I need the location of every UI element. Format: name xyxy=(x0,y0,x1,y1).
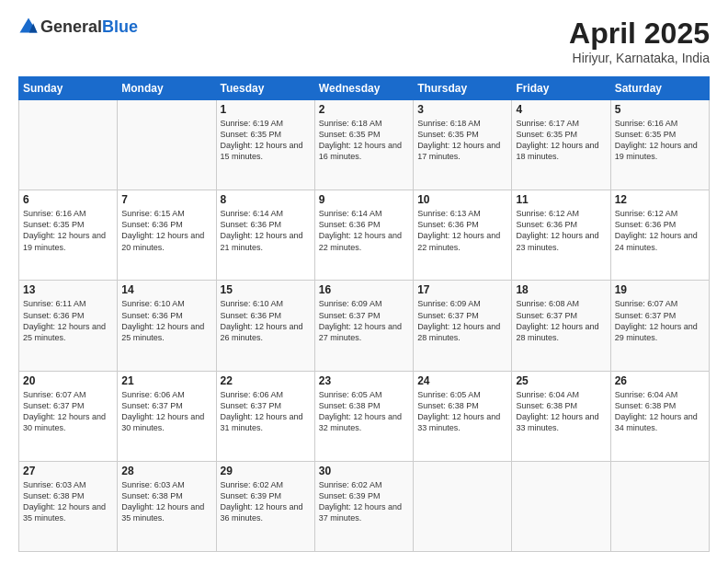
day-number: 29 xyxy=(221,465,311,477)
calendar-cell: 11Sunrise: 6:12 AM Sunset: 6:36 PM Dayli… xyxy=(512,190,610,281)
calendar-cell: 27Sunrise: 6:03 AM Sunset: 6:38 PM Dayli… xyxy=(19,461,118,551)
day-info: Sunrise: 6:15 AM Sunset: 6:36 PM Dayligh… xyxy=(121,208,211,253)
logo-text: GeneralBlue xyxy=(40,17,138,37)
day-info: Sunrise: 6:18 AM Sunset: 6:35 PM Dayligh… xyxy=(319,118,409,163)
day-info: Sunrise: 6:16 AM Sunset: 6:35 PM Dayligh… xyxy=(23,208,113,253)
day-number: 27 xyxy=(23,465,113,477)
calendar-header-row: SundayMondayTuesdayWednesdayThursdayFrid… xyxy=(19,77,710,100)
logo-general: General xyxy=(40,17,102,36)
calendar-cell: 7Sunrise: 6:15 AM Sunset: 6:36 PM Daylig… xyxy=(118,190,216,281)
logo-icon xyxy=(18,17,39,37)
day-info: Sunrise: 6:09 AM Sunset: 6:37 PM Dayligh… xyxy=(417,298,507,343)
col-header-wednesday: Wednesday xyxy=(314,77,413,100)
calendar-cell: 28Sunrise: 6:03 AM Sunset: 6:38 PM Dayli… xyxy=(118,461,216,551)
day-info: Sunrise: 6:18 AM Sunset: 6:35 PM Dayligh… xyxy=(417,118,507,163)
calendar-cell: 15Sunrise: 6:10 AM Sunset: 6:36 PM Dayli… xyxy=(216,281,314,371)
calendar-cell: 8Sunrise: 6:14 AM Sunset: 6:36 PM Daylig… xyxy=(216,190,314,281)
day-number: 18 xyxy=(516,283,606,296)
day-info: Sunrise: 6:04 AM Sunset: 6:38 PM Dayligh… xyxy=(516,389,606,434)
day-info: Sunrise: 6:13 AM Sunset: 6:36 PM Dayligh… xyxy=(417,208,507,253)
calendar-cell: 10Sunrise: 6:13 AM Sunset: 6:36 PM Dayli… xyxy=(414,190,512,281)
col-header-thursday: Thursday xyxy=(414,77,512,100)
day-number: 25 xyxy=(516,374,606,387)
calendar-cell: 1Sunrise: 6:19 AM Sunset: 6:35 PM Daylig… xyxy=(216,100,314,190)
calendar-cell: 21Sunrise: 6:06 AM Sunset: 6:37 PM Dayli… xyxy=(118,371,216,461)
day-info: Sunrise: 6:02 AM Sunset: 6:39 PM Dayligh… xyxy=(221,479,311,524)
day-number: 19 xyxy=(615,283,705,296)
day-number: 17 xyxy=(417,283,507,296)
calendar-cell xyxy=(610,461,709,551)
calendar-cell: 18Sunrise: 6:08 AM Sunset: 6:37 PM Dayli… xyxy=(512,281,610,371)
day-number: 22 xyxy=(221,374,311,387)
day-info: Sunrise: 6:19 AM Sunset: 6:35 PM Dayligh… xyxy=(221,118,311,163)
day-number: 9 xyxy=(319,193,409,206)
day-number: 28 xyxy=(121,465,211,477)
day-info: Sunrise: 6:07 AM Sunset: 6:37 PM Dayligh… xyxy=(615,298,705,343)
day-info: Sunrise: 6:17 AM Sunset: 6:35 PM Dayligh… xyxy=(516,118,606,163)
day-info: Sunrise: 6:14 AM Sunset: 6:36 PM Dayligh… xyxy=(221,208,311,253)
calendar-cell: 5Sunrise: 6:16 AM Sunset: 6:35 PM Daylig… xyxy=(610,100,709,190)
calendar-cell: 25Sunrise: 6:04 AM Sunset: 6:38 PM Dayli… xyxy=(512,371,610,461)
day-info: Sunrise: 6:14 AM Sunset: 6:36 PM Dayligh… xyxy=(319,208,409,253)
calendar-cell: 16Sunrise: 6:09 AM Sunset: 6:37 PM Dayli… xyxy=(314,281,413,371)
day-number: 8 xyxy=(221,193,311,206)
day-number: 24 xyxy=(417,374,507,387)
col-header-saturday: Saturday xyxy=(610,77,709,100)
day-number: 13 xyxy=(23,283,113,296)
calendar-cell xyxy=(512,461,610,551)
day-number: 20 xyxy=(23,374,113,387)
calendar-cell xyxy=(19,100,118,190)
calendar-cell: 3Sunrise: 6:18 AM Sunset: 6:35 PM Daylig… xyxy=(414,100,512,190)
day-info: Sunrise: 6:06 AM Sunset: 6:37 PM Dayligh… xyxy=(221,389,311,434)
day-info: Sunrise: 6:08 AM Sunset: 6:37 PM Dayligh… xyxy=(516,298,606,343)
day-number: 1 xyxy=(221,103,311,116)
col-header-monday: Monday xyxy=(118,77,216,100)
day-info: Sunrise: 6:02 AM Sunset: 6:39 PM Dayligh… xyxy=(319,479,409,524)
calendar-week-5: 27Sunrise: 6:03 AM Sunset: 6:38 PM Dayli… xyxy=(19,461,710,551)
day-info: Sunrise: 6:10 AM Sunset: 6:36 PM Dayligh… xyxy=(221,298,311,343)
day-info: Sunrise: 6:05 AM Sunset: 6:38 PM Dayligh… xyxy=(417,389,507,434)
day-info: Sunrise: 6:09 AM Sunset: 6:37 PM Dayligh… xyxy=(319,298,409,343)
day-info: Sunrise: 6:04 AM Sunset: 6:38 PM Dayligh… xyxy=(615,389,705,434)
calendar-cell: 14Sunrise: 6:10 AM Sunset: 6:36 PM Dayli… xyxy=(118,281,216,371)
day-number: 16 xyxy=(319,283,409,296)
day-number: 7 xyxy=(121,193,211,206)
day-info: Sunrise: 6:16 AM Sunset: 6:35 PM Dayligh… xyxy=(615,118,705,163)
calendar-cell xyxy=(414,461,512,551)
calendar-cell: 22Sunrise: 6:06 AM Sunset: 6:37 PM Dayli… xyxy=(216,371,314,461)
calendar-week-1: 1Sunrise: 6:19 AM Sunset: 6:35 PM Daylig… xyxy=(19,100,710,190)
col-header-friday: Friday xyxy=(512,77,610,100)
col-header-tuesday: Tuesday xyxy=(216,77,314,100)
day-number: 6 xyxy=(23,193,113,206)
month-title: April 2025 xyxy=(569,17,710,51)
day-number: 5 xyxy=(615,103,705,116)
calendar-cell: 19Sunrise: 6:07 AM Sunset: 6:37 PM Dayli… xyxy=(610,281,709,371)
day-number: 2 xyxy=(319,103,409,116)
calendar-cell: 24Sunrise: 6:05 AM Sunset: 6:38 PM Dayli… xyxy=(414,371,512,461)
day-number: 23 xyxy=(319,374,409,387)
day-number: 11 xyxy=(516,193,606,206)
calendar-cell: 26Sunrise: 6:04 AM Sunset: 6:38 PM Dayli… xyxy=(610,371,709,461)
day-number: 30 xyxy=(319,465,409,477)
calendar-table: SundayMondayTuesdayWednesdayThursdayFrid… xyxy=(18,76,710,552)
logo: GeneralBlue xyxy=(18,17,138,37)
location: Hiriyur, Karnataka, India xyxy=(569,51,710,65)
calendar-cell: 23Sunrise: 6:05 AM Sunset: 6:38 PM Dayli… xyxy=(314,371,413,461)
title-block: April 2025 Hiriyur, Karnataka, India xyxy=(569,17,710,65)
day-number: 3 xyxy=(417,103,507,116)
calendar-cell xyxy=(118,100,216,190)
day-info: Sunrise: 6:10 AM Sunset: 6:36 PM Dayligh… xyxy=(121,298,211,343)
day-number: 26 xyxy=(615,374,705,387)
logo-blue: Blue xyxy=(102,17,138,36)
col-header-sunday: Sunday xyxy=(19,77,118,100)
day-info: Sunrise: 6:03 AM Sunset: 6:38 PM Dayligh… xyxy=(23,479,113,524)
calendar-cell: 30Sunrise: 6:02 AM Sunset: 6:39 PM Dayli… xyxy=(314,461,413,551)
day-number: 21 xyxy=(121,374,211,387)
day-number: 10 xyxy=(417,193,507,206)
calendar-cell: 2Sunrise: 6:18 AM Sunset: 6:35 PM Daylig… xyxy=(314,100,413,190)
header: GeneralBlue April 2025 Hiriyur, Karnatak… xyxy=(18,17,710,65)
day-info: Sunrise: 6:06 AM Sunset: 6:37 PM Dayligh… xyxy=(121,389,211,434)
calendar-cell: 13Sunrise: 6:11 AM Sunset: 6:36 PM Dayli… xyxy=(19,281,118,371)
calendar-week-4: 20Sunrise: 6:07 AM Sunset: 6:37 PM Dayli… xyxy=(19,371,710,461)
calendar-cell: 4Sunrise: 6:17 AM Sunset: 6:35 PM Daylig… xyxy=(512,100,610,190)
